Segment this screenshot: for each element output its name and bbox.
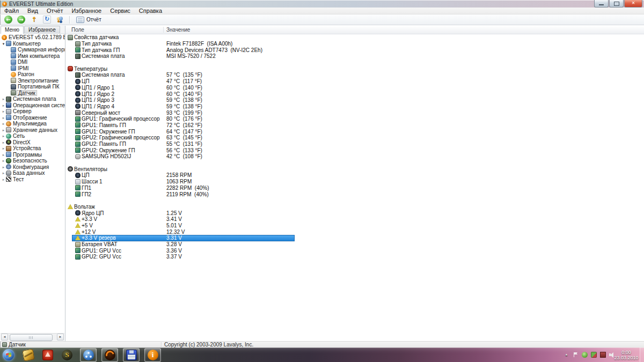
refresh-button[interactable] — [42, 15, 52, 24]
sensor-row[interactable]: +3.3 V резерв3.31 V — [65, 235, 644, 241]
chevron-collapsed-icon[interactable]: ▸ — [1, 165, 6, 169]
chevron-collapsed-icon[interactable]: ▸ — [1, 134, 6, 138]
sensor-row[interactable]: Тип датчика ГПAnalog Devices ADT7473 (NV… — [65, 47, 644, 53]
tree-item[interactable]: ▸Мультимедиа — [0, 121, 65, 127]
tree-item[interactable]: Датчик — [0, 90, 65, 97]
sidebar-tab[interactable]: Меню — [1, 26, 24, 34]
sensor-row[interactable]: GPU1: Память ГП72 °C (162 °F) — [65, 122, 644, 129]
tree-item[interactable]: ▸Системная плата — [0, 96, 65, 102]
tree-item[interactable]: Разгон — [0, 71, 65, 78]
column-value[interactable]: Значение — [166, 27, 190, 33]
sensor-row[interactable]: +3.3 V3.41 V — [65, 216, 644, 223]
sensor-row[interactable]: ЦП2158 RPM — [65, 172, 644, 179]
menu-item[interactable]: Файл — [0, 8, 23, 14]
taskbar-app-golds[interactable] — [61, 349, 74, 361]
taskbar-app-orangedisc[interactable] — [101, 348, 118, 362]
menu-item[interactable]: Избранное — [67, 8, 106, 14]
tree-item[interactable]: ▸Хранение данных — [0, 127, 65, 134]
tree-item[interactable]: ▸Конфигурация — [0, 164, 65, 171]
close-button[interactable] — [624, 0, 642, 8]
start-button[interactable] — [3, 349, 14, 361]
sensor-row[interactable]: GPU1: Окружение ГП64 °C (147 °F) — [65, 128, 644, 135]
scroll-right-arrow-icon[interactable]: ► — [57, 334, 64, 341]
tree-item[interactable]: Портативный ПК — [0, 84, 65, 90]
sensor-row[interactable]: GPU1: GPU Vcc3.36 V — [65, 247, 644, 254]
sensor-row[interactable]: ЦП1 / Ядро 459 °C (138 °F) — [65, 104, 644, 110]
back-button[interactable] — [3, 15, 13, 24]
tree-item[interactable]: Имя компьютера — [0, 53, 65, 60]
chevron-collapsed-icon[interactable]: ▸ — [1, 128, 6, 132]
tree-item[interactable]: ▸DirectX — [0, 139, 65, 146]
sensor-row[interactable]: ЦП1 / Ядро 359 °C (138 °F) — [65, 97, 644, 104]
users-button[interactable] — [55, 15, 65, 24]
sensor-row[interactable]: GPU2: Память ГП55 °C (131 °F) — [65, 141, 644, 147]
chevron-collapsed-icon[interactable]: ▸ — [1, 158, 6, 163]
column-divider[interactable] — [163, 27, 164, 33]
sensor-row[interactable]: GPU2: GPU Vcc3.37 V — [65, 254, 644, 260]
sensor-row[interactable]: GPU2: Графический процессор63 °C (145 °F… — [65, 135, 644, 141]
sensor-row[interactable]: Шасси 11063 RPM — [65, 179, 644, 185]
sensor-row[interactable]: Системная плата57 °C (135 °F) — [65, 72, 644, 78]
tray-greenred-icon[interactable] — [591, 352, 597, 358]
maximize-button[interactable] — [609, 0, 624, 8]
chevron-collapsed-icon[interactable]: ▸ — [1, 97, 6, 101]
sidebar-tab[interactable]: Избранное — [24, 26, 60, 33]
sensor-row[interactable]: Тип датчикаFintek F71882F (ISA A00h) — [65, 41, 644, 47]
menu-item[interactable]: Вид — [23, 8, 42, 14]
chevron-collapsed-icon[interactable]: ▸ — [1, 171, 6, 175]
sidebar-hscrollbar[interactable]: ◄ ► — [1, 333, 64, 341]
tree-item[interactable]: ▸Отображение — [0, 115, 65, 121]
tray-flag-icon[interactable] — [573, 352, 579, 358]
scrollbar-track[interactable] — [9, 334, 56, 340]
tray-reddisplay-icon[interactable] — [600, 352, 606, 358]
sensor-row[interactable]: GPU1: Графический процессор80 °C (176 °F… — [65, 116, 644, 122]
sensor-row[interactable]: Северный мост93 °C (199 °F) — [65, 109, 644, 116]
tree-item[interactable]: ▸Тест — [0, 176, 65, 183]
taskbar-app-redapp[interactable] — [41, 349, 54, 361]
tree-item[interactable]: IPMI — [0, 65, 65, 72]
sensor-row[interactable]: Системная платаMSI MS-7520 / 7522 — [65, 53, 644, 60]
tray-expand-icon[interactable] — [564, 352, 569, 358]
sensor-row[interactable]: SAMSUNG HD502IJ42 °C (108 °F) — [65, 153, 644, 160]
sensor-row[interactable]: Ядро ЦП1.25 V — [65, 210, 644, 216]
taskbar-app-floppy[interactable] — [123, 348, 140, 362]
chevron-collapsed-icon[interactable]: ▸ — [1, 140, 6, 145]
tree-item[interactable]: ▸Программы — [0, 152, 65, 158]
tree-item[interactable]: Суммарная информация — [0, 47, 65, 53]
tree-item[interactable]: ▸Сеть — [0, 133, 65, 139]
chevron-collapsed-icon[interactable]: ▸ — [1, 177, 6, 182]
chevron-collapsed-icon[interactable]: ▸ — [1, 152, 6, 157]
scrollbar-thumb[interactable] — [10, 334, 53, 341]
sensor-row[interactable]: ГП22119 RPM (40%) — [65, 191, 644, 197]
sensor-row[interactable]: +5 V5.01 V — [65, 223, 644, 229]
chevron-collapsed-icon[interactable]: ▸ — [1, 146, 6, 151]
taskbar-app-archiver[interactable] — [22, 349, 35, 361]
tree-item[interactable]: ▸Сервер — [0, 108, 65, 115]
taskbar-app-everest[interactable] — [144, 348, 161, 362]
column-field[interactable]: Поле — [71, 27, 84, 33]
menu-item[interactable]: Справка — [135, 8, 166, 14]
tree-item[interactable]: Электропитание — [0, 78, 65, 84]
scroll-left-arrow-icon[interactable]: ◄ — [1, 334, 8, 341]
chevron-collapsed-icon[interactable]: ▸ — [1, 103, 6, 108]
chevron-collapsed-icon[interactable]: ▸ — [1, 109, 6, 114]
sensor-row[interactable]: +12 V12.32 V — [65, 228, 644, 235]
tree-item[interactable]: DMI — [0, 59, 65, 65]
up-button[interactable] — [29, 15, 39, 24]
sensor-row[interactable]: ЦП1 / Ядро 160 °C (140 °F) — [65, 85, 644, 91]
taskbar-clock[interactable]: 0:00 23.03.2010 — [615, 348, 638, 362]
menu-item[interactable]: Сервис — [106, 8, 135, 14]
tree-item[interactable]: ▸Устройства — [0, 145, 65, 152]
show-desktop-button[interactable] — [640, 348, 644, 362]
forward-button[interactable] — [16, 15, 26, 24]
tree-item[interactable]: ▸Операционная система — [0, 102, 65, 109]
report-button[interactable]: Отчёт — [73, 15, 105, 24]
taskbar-app-bluesphere[interactable] — [80, 348, 97, 362]
chevron-collapsed-icon[interactable]: ▸ — [1, 121, 6, 126]
tree-item[interactable]: EVEREST v5.02.1789 Beta — [0, 34, 65, 41]
chevron-collapsed-icon[interactable]: ▸ — [1, 115, 6, 120]
sensor-row[interactable]: ГП12282 RPM (40%) — [65, 185, 644, 191]
sensor-row[interactable]: Батарея VBAT3.28 V — [65, 241, 644, 248]
sensor-row[interactable]: GPU2: Окружение ГП56 °C (133 °F) — [65, 147, 644, 153]
chevron-expanded-icon[interactable]: ▾ — [1, 41, 6, 46]
